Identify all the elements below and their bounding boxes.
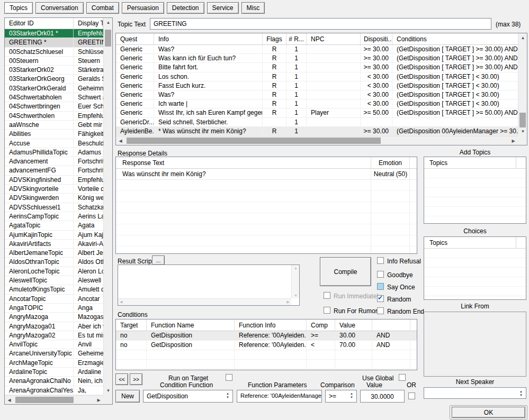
info-row[interactable]: AyleidenBe... * Was wünscht ihr mein Kön… bbox=[116, 127, 518, 136]
next-condition-button[interactable]: >> bbox=[130, 373, 142, 385]
topic-row[interactable]: ArcaneUniversityTopic Geheime bbox=[5, 349, 103, 358]
topic-row[interactable]: aaWnsche Gebt mir e bbox=[5, 121, 103, 130]
next-speaker-combo[interactable]: ▲▼ bbox=[424, 387, 526, 399]
run-on-target-checkbox[interactable] bbox=[226, 374, 232, 381]
column-header-function-name[interactable]: Function Name bbox=[147, 319, 235, 331]
topic-row[interactable]: AleronLocheTopic Aleron Lo bbox=[5, 267, 103, 276]
topic-text-input[interactable] bbox=[150, 18, 491, 30]
prev-condition-button[interactable]: << bbox=[115, 373, 128, 385]
run-for-rumors-checkbox[interactable] bbox=[324, 307, 330, 314]
topic-row[interactable]: ADVSkingvorteile Vorteile de bbox=[5, 185, 103, 194]
column-header-response-text[interactable]: Response Text bbox=[116, 157, 371, 168]
info-row[interactable]: Generic Fasst Euch kurz. R 1 < 30.00 (Ge… bbox=[116, 81, 518, 90]
info-row[interactable]: Generic Wisst Ihr, ich sah Euren Kampf g… bbox=[116, 108, 518, 117]
scroll-right-icon[interactable]: ▶ bbox=[94, 396, 103, 405]
or-checkbox[interactable] bbox=[408, 392, 415, 399]
info-table-vscrollbar[interactable]: ▲ ▼ bbox=[518, 33, 527, 136]
column-header-function-info[interactable]: Function Info bbox=[235, 319, 307, 331]
topic-row[interactable]: ADVSKingfinished Empfehlun bbox=[5, 176, 103, 185]
column-header-value[interactable]: Value bbox=[335, 319, 372, 331]
topic-row[interactable]: ADVSkingwerden König wer bbox=[5, 194, 103, 203]
scroll-left-icon[interactable]: ◀ bbox=[116, 136, 125, 145]
spinner-icon[interactable]: ▲▼ bbox=[518, 390, 524, 397]
tab[interactable]: Service bbox=[207, 2, 239, 14]
topic-row[interactable]: 03StarkerOrkGeorg Geralds S bbox=[5, 75, 103, 84]
goodbye-checkbox[interactable] bbox=[377, 271, 384, 278]
topic-row[interactable]: 03StarkerOrk02 Stärketran bbox=[5, 66, 103, 75]
use-global-checkbox[interactable] bbox=[399, 374, 406, 381]
topic-row[interactable]: GREETING * GREETING bbox=[5, 38, 103, 47]
column-header-npc[interactable]: NPC bbox=[307, 33, 361, 44]
column-header-comp[interactable]: Comp bbox=[307, 319, 335, 331]
topic-row[interactable]: 00Steuern Steuern bbox=[5, 57, 103, 66]
topic-row[interactable]: ArchMageTopic Erzmagier bbox=[5, 359, 103, 368]
topic-row[interactable]: AerinsCampTopic Aerins Lag bbox=[5, 212, 103, 221]
function-parameters-field[interactable]: Reference: '00AyleidenManager' bbox=[237, 390, 322, 403]
topic-row[interactable]: AngaTOPIC Anga bbox=[5, 304, 103, 313]
choices-list[interactable]: Topics bbox=[424, 236, 526, 300]
comparison-combo[interactable]: >= ▲▼ bbox=[325, 390, 357, 403]
result-script-browse-button[interactable]: ... bbox=[152, 255, 165, 265]
spinner-icon[interactable]: ▲▼ bbox=[225, 392, 231, 399]
condition-row[interactable]: no GetDisposition Reference: '00Ayleiden… bbox=[116, 331, 417, 341]
column-header-editor-id[interactable]: Editor ID bbox=[5, 18, 74, 29]
topic-row[interactable]: advancementFG Fortschritt bbox=[5, 166, 103, 175]
topic-row[interactable]: AleswellTopic Aleswell bbox=[5, 276, 103, 285]
response-row[interactable]: Was wünscht ihr mein König? Neutral (50) bbox=[116, 169, 417, 180]
topic-row[interactable]: 04Schwertholen Empfehlun bbox=[5, 112, 103, 121]
column-header-topics[interactable]: Topics bbox=[424, 237, 516, 248]
script-hscrollbar[interactable]: ◀▶ bbox=[118, 298, 291, 305]
topic-row[interactable]: AngryMazoga Mazogas bbox=[5, 313, 103, 322]
script-vscrollbar[interactable]: ▲▼ bbox=[291, 265, 299, 298]
info-row[interactable]: Generic Bitte fahrt fort. R 1 >= 30.00 (… bbox=[116, 63, 518, 72]
random-end-checkbox[interactable] bbox=[377, 307, 384, 314]
topic-row[interactable]: 04Schwertbringen Euer Schw bbox=[5, 102, 103, 111]
topic-row[interactable]: AmuletofKingsTopic Amulett de bbox=[5, 285, 103, 294]
condition-row[interactable] bbox=[116, 360, 417, 369]
topic-row[interactable]: ArenaAgronakChalNo Nein, ich bbox=[5, 377, 103, 386]
ok-button[interactable]: OK bbox=[452, 407, 525, 418]
topic-row[interactable]: 00SchatzSchluesel Schlüssel bbox=[5, 48, 103, 57]
topic-row[interactable]: 04Schwertabholen Schwert a bbox=[5, 93, 103, 102]
condition-row[interactable]: no GetDisposition Reference: '00Ayleiden… bbox=[116, 341, 417, 350]
column-header-quest[interactable]: Quest bbox=[116, 33, 154, 44]
column-header-topics[interactable]: Topics bbox=[424, 157, 516, 168]
condition-function-combo[interactable]: GetDisposition ▲▼ bbox=[143, 390, 233, 403]
topic-list-hscrollbar[interactable]: ◀ ▶ bbox=[5, 395, 103, 404]
topic-row[interactable]: ArdalineTopic Ardaline bbox=[5, 368, 103, 377]
topic-row[interactable]: AldosOthranTopic Aldos Oth bbox=[5, 258, 103, 267]
topic-row[interactable]: ADVSSchluessel1 Schatzka bbox=[5, 203, 103, 212]
info-row[interactable]: Generic Was kann ich für Euch tun? R 1 >… bbox=[116, 54, 518, 63]
column-header-responses[interactable]: # R... bbox=[286, 33, 307, 44]
info-table-hscrollbar[interactable]: ◀ ▶ bbox=[116, 136, 518, 145]
topic-row[interactable]: AngryMazoga01 Aber ich w bbox=[5, 322, 103, 331]
condition-row[interactable] bbox=[116, 350, 417, 360]
scroll-down-icon[interactable]: ▼ bbox=[104, 386, 113, 395]
topic-row[interactable]: AdamusPhillidaTopic Adamus F bbox=[5, 148, 103, 157]
topic-row[interactable]: Advancement Fortschritt bbox=[5, 157, 103, 166]
topic-row[interactable]: AgataTopic Agata bbox=[5, 221, 103, 230]
topic-row[interactable]: AkaviriArtifacts Akaviri-Art bbox=[5, 240, 103, 249]
info-row[interactable]: Generic Was? R 1 < 30.00 (GetDisposition… bbox=[116, 90, 518, 99]
scroll-right-icon[interactable]: ▶ bbox=[509, 136, 518, 145]
link-from-list[interactable] bbox=[424, 312, 526, 377]
topic-row[interactable]: AlbertJemaneTopic Albert Jem bbox=[5, 249, 103, 258]
new-condition-button[interactable]: New bbox=[115, 390, 140, 403]
compile-button[interactable]: Compile bbox=[320, 257, 371, 286]
topic-row[interactable]: AnvilTopic Anvil bbox=[5, 340, 103, 349]
info-row[interactable]: Generic Was? R 1 >= 30.00 (GetDispositio… bbox=[116, 45, 518, 54]
tab[interactable]: Combat bbox=[86, 2, 119, 14]
info-row[interactable]: Generic Ich warte | R 1 < 30.00 (GetDisp… bbox=[116, 99, 518, 108]
tab[interactable]: Topics bbox=[4, 2, 33, 14]
info-row[interactable]: GenericDr... Seid schnell, Sterblicher. … bbox=[116, 118, 518, 127]
random-checkbox[interactable] bbox=[377, 295, 384, 302]
topic-row[interactable]: AjumKajinTopic Ajum Kajin bbox=[5, 231, 103, 240]
topic-row[interactable]: 03StarkerOrkGerald Geheimnis bbox=[5, 84, 103, 93]
column-header-target[interactable]: Target bbox=[116, 319, 147, 331]
topic-row[interactable]: AngryMazoga02 Es tut mir bbox=[5, 331, 103, 340]
topic-list-vscrollbar[interactable]: ▲ ▼ bbox=[103, 18, 112, 395]
column-header-emotion[interactable]: Emotion bbox=[371, 157, 410, 168]
scroll-left-icon[interactable]: ◀ bbox=[5, 396, 14, 405]
tab[interactable]: Detection bbox=[167, 2, 204, 14]
column-header-info[interactable]: Info bbox=[154, 33, 263, 44]
